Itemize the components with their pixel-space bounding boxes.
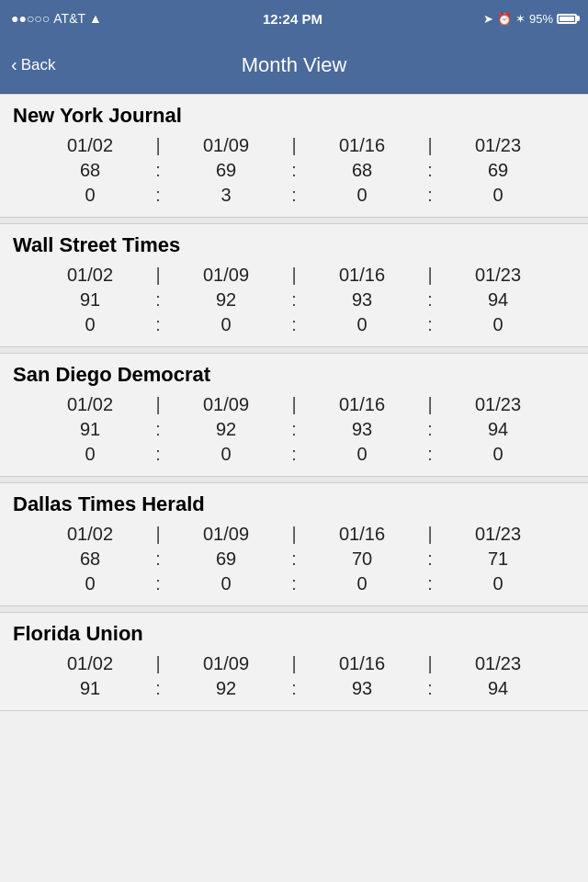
- main-content: New York Journal01/02|01/09|01/16|01/236…: [0, 94, 588, 711]
- data-separator: :: [145, 314, 171, 335]
- data-cell: 01/16: [307, 524, 417, 545]
- data-separator: |: [281, 524, 307, 545]
- pub-card: Dallas Times Herald01/02|01/09|01/16|01/…: [0, 482, 588, 606]
- data-cell: 71: [443, 548, 553, 570]
- data-separator: :: [417, 548, 443, 570]
- data-cell: 92: [171, 678, 281, 699]
- data-cell: 69: [171, 160, 281, 181]
- data-separator: |: [281, 394, 307, 415]
- data-separator: :: [281, 160, 307, 181]
- data-row: 91:92:93:94: [0, 288, 588, 312]
- data-separator: |: [145, 135, 171, 156]
- data-separator: :: [281, 314, 307, 335]
- data-cell: 91: [35, 678, 145, 699]
- data-cell: 01/16: [307, 653, 417, 674]
- data-cell: 0: [443, 573, 553, 594]
- data-row: 01/02|01/09|01/16|01/23: [0, 651, 588, 676]
- data-separator: :: [281, 419, 307, 440]
- pub-name: Wall Street Times: [0, 224, 588, 263]
- data-separator: :: [145, 444, 171, 465]
- data-cell: 0: [35, 314, 145, 335]
- data-cell: 01/09: [171, 265, 281, 286]
- data-cell: 92: [171, 289, 281, 311]
- bluetooth-icon: ✶: [515, 12, 526, 26]
- data-row: 01/02|01/09|01/16|01/23: [0, 522, 588, 547]
- data-separator: :: [145, 289, 171, 311]
- data-cell: 93: [307, 289, 417, 311]
- data-separator: :: [281, 573, 307, 594]
- data-cell: 01/16: [307, 394, 417, 415]
- data-cell: 01/16: [307, 135, 417, 156]
- data-cell: 0: [171, 314, 281, 335]
- data-separator: :: [281, 678, 307, 699]
- data-cell: 0: [443, 444, 553, 465]
- data-separator: |: [145, 394, 171, 415]
- data-cell: 0: [35, 185, 145, 206]
- pub-card: Florida Union01/02|01/09|01/16|01/2391:9…: [0, 612, 588, 711]
- data-separator: |: [145, 265, 171, 286]
- data-separator: |: [145, 653, 171, 674]
- nav-bar: ‹ Back Month View: [0, 37, 588, 94]
- data-separator: :: [281, 444, 307, 465]
- data-cell: 93: [307, 419, 417, 440]
- data-cell: 94: [443, 419, 553, 440]
- data-row: 01/02|01/09|01/16|01/23: [0, 133, 588, 158]
- data-cell: 01/23: [443, 135, 553, 156]
- data-cell: 68: [35, 160, 145, 181]
- data-cell: 01/23: [443, 394, 553, 415]
- data-cell: 0: [171, 444, 281, 465]
- data-separator: |: [281, 265, 307, 286]
- pub-name: Dallas Times Herald: [0, 483, 588, 522]
- data-separator: |: [281, 653, 307, 674]
- pub-data: 01/02|01/09|01/16|01/2391:92:93:94: [0, 651, 588, 710]
- pub-card: San Diego Democrat01/02|01/09|01/16|01/2…: [0, 353, 588, 477]
- pub-card: New York Journal01/02|01/09|01/16|01/236…: [0, 94, 588, 218]
- data-cell: 91: [35, 419, 145, 440]
- data-cell: 01/23: [443, 653, 553, 674]
- data-separator: :: [417, 185, 443, 206]
- data-cell: 01/23: [443, 265, 553, 286]
- data-cell: 0: [307, 444, 417, 465]
- location-icon: ➤: [483, 12, 493, 26]
- data-separator: |: [417, 394, 443, 415]
- data-cell: 01/02: [35, 265, 145, 286]
- status-bar: ●●○○○ AT&T ▲ 12:24 PM ➤ ⏰ ✶ 95%: [0, 0, 588, 37]
- chevron-left-icon: ‹: [11, 54, 17, 75]
- data-separator: :: [145, 160, 171, 181]
- data-cell: 01/09: [171, 135, 281, 156]
- data-separator: |: [281, 135, 307, 156]
- data-cell: 0: [307, 185, 417, 206]
- data-cell: 01/09: [171, 394, 281, 415]
- pub-data: 01/02|01/09|01/16|01/2368:69:68:690:3:0:…: [0, 133, 588, 217]
- carrier-label: AT&T: [53, 11, 85, 26]
- data-separator: |: [417, 653, 443, 674]
- data-cell: 0: [171, 573, 281, 594]
- data-separator: :: [417, 444, 443, 465]
- data-row: 91:92:93:94: [0, 676, 588, 701]
- battery-percent: 95%: [529, 12, 553, 26]
- data-cell: 01/02: [35, 394, 145, 415]
- data-cell: 01/16: [307, 265, 417, 286]
- data-row: 68:69:68:69: [0, 158, 588, 183]
- battery-icon: [557, 14, 577, 24]
- data-cell: 0: [35, 444, 145, 465]
- back-button[interactable]: ‹ Back: [11, 54, 55, 75]
- pub-card: Wall Street Times01/02|01/09|01/16|01/23…: [0, 223, 588, 347]
- data-separator: |: [417, 135, 443, 156]
- pub-name: Florida Union: [0, 613, 588, 651]
- data-cell: 01/02: [35, 653, 145, 674]
- data-separator: :: [281, 185, 307, 206]
- data-row: 01/02|01/09|01/16|01/23: [0, 392, 588, 417]
- data-separator: :: [145, 548, 171, 570]
- pub-data: 01/02|01/09|01/16|01/2368:69:70:710:0:0:…: [0, 522, 588, 605]
- data-cell: 3: [171, 185, 281, 206]
- data-separator: :: [417, 289, 443, 311]
- data-separator: |: [417, 265, 443, 286]
- signal-dots: ●●○○○: [11, 11, 50, 26]
- wifi-icon: ▲: [89, 11, 102, 26]
- back-label: Back: [21, 56, 56, 74]
- data-cell: 69: [443, 160, 553, 181]
- data-cell: 92: [171, 419, 281, 440]
- data-row: 0:3:0:0: [0, 183, 588, 208]
- data-cell: 0: [307, 314, 417, 335]
